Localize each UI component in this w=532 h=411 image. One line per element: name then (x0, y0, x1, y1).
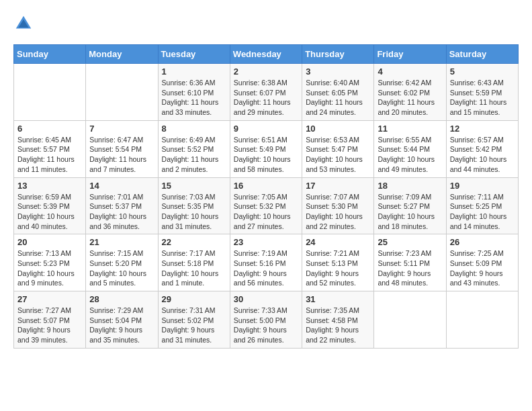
weekday-header-thursday: Thursday (302, 45, 374, 64)
day-number: 22 (162, 237, 226, 247)
calendar-cell: 15Sunrise: 7:03 AMSunset: 5:35 PMDayligh… (158, 177, 230, 234)
calendar-cell (14, 64, 86, 121)
day-info: Sunrise: 7:19 AMSunset: 5:16 PMDaylight:… (234, 248, 298, 288)
calendar-cell: 23Sunrise: 7:19 AMSunset: 5:16 PMDayligh… (230, 234, 302, 291)
calendar-body: 1Sunrise: 6:36 AMSunset: 6:10 PMDaylight… (14, 64, 519, 349)
weekday-header-friday: Friday (374, 45, 446, 64)
calendar-week-1: 1Sunrise: 6:36 AMSunset: 6:10 PMDaylight… (14, 64, 519, 121)
day-info: Sunrise: 7:27 AMSunset: 5:07 PMDaylight:… (17, 306, 82, 345)
calendar-cell: 1Sunrise: 6:36 AMSunset: 6:10 PMDaylight… (158, 64, 230, 121)
weekday-header-sunday: Sunday (14, 45, 86, 64)
day-info: Sunrise: 7:25 AMSunset: 5:09 PMDaylight:… (450, 248, 515, 288)
day-number: 28 (89, 294, 154, 304)
day-info: Sunrise: 6:57 AMSunset: 5:42 PMDaylight:… (450, 135, 515, 175)
calendar-cell: 11Sunrise: 6:55 AMSunset: 5:44 PMDayligh… (374, 120, 446, 177)
calendar-header: SundayMondayTuesdayWednesdayThursdayFrid… (14, 45, 519, 64)
calendar-cell: 18Sunrise: 7:09 AMSunset: 5:27 PMDayligh… (374, 177, 446, 234)
day-info: Sunrise: 7:11 AMSunset: 5:25 PMDaylight:… (450, 192, 515, 232)
calendar-cell: 5Sunrise: 6:43 AMSunset: 5:59 PMDaylight… (446, 64, 518, 121)
calendar-cell: 6Sunrise: 6:45 AMSunset: 5:57 PMDaylight… (14, 120, 86, 177)
calendar-cell (374, 291, 446, 349)
day-number: 23 (234, 237, 298, 247)
calendar-cell: 30Sunrise: 7:33 AMSunset: 5:00 PMDayligh… (230, 291, 302, 349)
day-info: Sunrise: 6:47 AMSunset: 5:54 PMDaylight:… (89, 135, 154, 175)
day-number: 3 (306, 66, 370, 77)
logo (13, 13, 36, 34)
day-number: 11 (378, 124, 442, 134)
day-number: 26 (450, 237, 515, 247)
calendar-cell: 31Sunrise: 7:35 AMSunset: 4:58 PMDayligh… (302, 291, 374, 349)
day-info: Sunrise: 6:36 AMSunset: 6:10 PMDaylight:… (162, 78, 226, 118)
day-number: 8 (162, 124, 226, 134)
calendar-cell: 13Sunrise: 6:59 AMSunset: 5:39 PMDayligh… (14, 177, 86, 234)
day-number: 31 (306, 294, 370, 304)
day-number: 24 (306, 237, 370, 247)
day-number: 14 (89, 181, 154, 191)
day-number: 16 (234, 181, 298, 191)
day-number: 4 (378, 66, 442, 77)
weekday-header-tuesday: Tuesday (158, 45, 230, 64)
day-info: Sunrise: 6:59 AMSunset: 5:39 PMDaylight:… (17, 192, 82, 232)
logo-icon (13, 13, 34, 34)
day-number: 6 (17, 124, 82, 134)
day-number: 13 (17, 181, 82, 191)
day-number: 5 (450, 66, 515, 77)
day-number: 7 (89, 124, 154, 134)
calendar-cell: 16Sunrise: 7:05 AMSunset: 5:32 PMDayligh… (230, 177, 302, 234)
calendar-cell: 8Sunrise: 6:49 AMSunset: 5:52 PMDaylight… (158, 120, 230, 177)
day-number: 9 (234, 124, 298, 134)
calendar-cell: 21Sunrise: 7:15 AMSunset: 5:20 PMDayligh… (86, 234, 158, 291)
day-number: 20 (17, 237, 82, 247)
calendar-cell: 10Sunrise: 6:53 AMSunset: 5:47 PMDayligh… (302, 120, 374, 177)
day-info: Sunrise: 7:35 AMSunset: 4:58 PMDaylight:… (306, 306, 370, 345)
weekday-header-wednesday: Wednesday (230, 45, 302, 64)
day-info: Sunrise: 6:51 AMSunset: 5:49 PMDaylight:… (234, 135, 298, 175)
day-info: Sunrise: 7:05 AMSunset: 5:32 PMDaylight:… (234, 192, 298, 232)
day-number: 10 (306, 124, 370, 134)
calendar-cell: 7Sunrise: 6:47 AMSunset: 5:54 PMDaylight… (86, 120, 158, 177)
weekday-header-saturday: Saturday (446, 45, 518, 64)
day-number: 12 (450, 124, 515, 134)
day-info: Sunrise: 6:43 AMSunset: 5:59 PMDaylight:… (450, 78, 515, 118)
calendar-cell: 9Sunrise: 6:51 AMSunset: 5:49 PMDaylight… (230, 120, 302, 177)
day-number: 18 (378, 181, 442, 191)
day-info: Sunrise: 6:38 AMSunset: 6:07 PMDaylight:… (234, 78, 298, 118)
calendar-week-2: 6Sunrise: 6:45 AMSunset: 5:57 PMDaylight… (14, 120, 519, 177)
day-info: Sunrise: 7:15 AMSunset: 5:20 PMDaylight:… (89, 248, 154, 288)
day-number: 2 (234, 66, 298, 77)
page-header (13, 13, 519, 34)
calendar-cell: 20Sunrise: 7:13 AMSunset: 5:23 PMDayligh… (14, 234, 86, 291)
calendar-cell: 14Sunrise: 7:01 AMSunset: 5:37 PMDayligh… (86, 177, 158, 234)
calendar-cell: 17Sunrise: 7:07 AMSunset: 5:30 PMDayligh… (302, 177, 374, 234)
calendar-cell (446, 291, 518, 349)
day-info: Sunrise: 7:23 AMSunset: 5:11 PMDaylight:… (378, 248, 442, 288)
day-number: 1 (162, 66, 226, 77)
day-info: Sunrise: 7:09 AMSunset: 5:27 PMDaylight:… (378, 192, 442, 232)
calendar-table: SundayMondayTuesdayWednesdayThursdayFrid… (13, 44, 519, 349)
day-info: Sunrise: 7:17 AMSunset: 5:18 PMDaylight:… (162, 248, 226, 288)
calendar-cell: 2Sunrise: 6:38 AMSunset: 6:07 PMDaylight… (230, 64, 302, 121)
day-number: 21 (89, 237, 154, 247)
day-number: 30 (234, 294, 298, 304)
day-info: Sunrise: 6:55 AMSunset: 5:44 PMDaylight:… (378, 135, 442, 175)
calendar-cell: 22Sunrise: 7:17 AMSunset: 5:18 PMDayligh… (158, 234, 230, 291)
day-number: 19 (450, 181, 515, 191)
day-number: 29 (162, 294, 226, 304)
day-info: Sunrise: 6:45 AMSunset: 5:57 PMDaylight:… (17, 135, 82, 175)
day-info: Sunrise: 7:01 AMSunset: 5:37 PMDaylight:… (89, 192, 154, 232)
calendar-cell: 28Sunrise: 7:29 AMSunset: 5:04 PMDayligh… (86, 291, 158, 349)
calendar-cell: 24Sunrise: 7:21 AMSunset: 5:13 PMDayligh… (302, 234, 374, 291)
calendar-cell: 29Sunrise: 7:31 AMSunset: 5:02 PMDayligh… (158, 291, 230, 349)
day-info: Sunrise: 7:03 AMSunset: 5:35 PMDaylight:… (162, 192, 226, 232)
calendar-cell: 27Sunrise: 7:27 AMSunset: 5:07 PMDayligh… (14, 291, 86, 349)
calendar-cell: 26Sunrise: 7:25 AMSunset: 5:09 PMDayligh… (446, 234, 518, 291)
calendar-week-3: 13Sunrise: 6:59 AMSunset: 5:39 PMDayligh… (14, 177, 519, 234)
day-info: Sunrise: 6:42 AMSunset: 6:02 PMDaylight:… (378, 78, 442, 118)
calendar-week-4: 20Sunrise: 7:13 AMSunset: 5:23 PMDayligh… (14, 234, 519, 291)
calendar-cell (86, 64, 158, 121)
day-info: Sunrise: 6:49 AMSunset: 5:52 PMDaylight:… (162, 135, 226, 175)
day-info: Sunrise: 6:40 AMSunset: 6:05 PMDaylight:… (306, 78, 370, 118)
day-info: Sunrise: 6:53 AMSunset: 5:47 PMDaylight:… (306, 135, 370, 175)
day-info: Sunrise: 7:31 AMSunset: 5:02 PMDaylight:… (162, 306, 226, 345)
day-number: 17 (306, 181, 370, 191)
